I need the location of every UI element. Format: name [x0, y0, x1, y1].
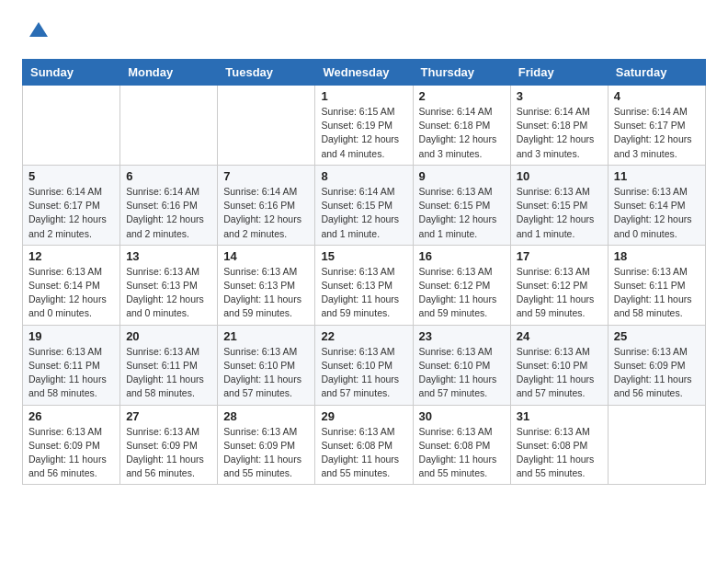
calendar-cell: 14Sunrise: 6:13 AM Sunset: 6:13 PM Dayli… — [218, 245, 315, 325]
calendar-cell: 28Sunrise: 6:13 AM Sunset: 6:09 PM Dayli… — [218, 405, 315, 485]
col-header-saturday: Saturday — [608, 60, 705, 86]
svg-marker-0 — [29, 22, 48, 37]
calendar-cell: 6Sunrise: 6:14 AM Sunset: 6:16 PM Daylig… — [120, 165, 218, 245]
calendar-table: SundayMondayTuesdayWednesdayThursdayFrid… — [22, 59, 706, 485]
col-header-tuesday: Tuesday — [218, 60, 315, 86]
day-info: Sunrise: 6:13 AM Sunset: 6:12 PM Dayligh… — [517, 265, 602, 321]
day-info: Sunrise: 6:14 AM Sunset: 6:17 PM Dayligh… — [28, 185, 114, 241]
day-number: 29 — [321, 409, 406, 423]
day-number: 31 — [517, 409, 602, 423]
calendar-week-2: 5Sunrise: 6:14 AM Sunset: 6:17 PM Daylig… — [23, 165, 706, 245]
calendar-cell: 11Sunrise: 6:13 AM Sunset: 6:14 PM Dayli… — [608, 165, 705, 245]
day-number: 25 — [614, 329, 700, 343]
day-info: Sunrise: 6:13 AM Sunset: 6:11 PM Dayligh… — [126, 345, 211, 401]
day-info: Sunrise: 6:14 AM Sunset: 6:15 PM Dayligh… — [321, 185, 406, 241]
day-number: 6 — [126, 169, 211, 183]
day-number: 17 — [517, 249, 602, 263]
day-number: 3 — [517, 89, 602, 103]
day-info: Sunrise: 6:13 AM Sunset: 6:13 PM Dayligh… — [126, 265, 211, 321]
day-info: Sunrise: 6:14 AM Sunset: 6:16 PM Dayligh… — [126, 185, 211, 241]
calendar-week-5: 26Sunrise: 6:13 AM Sunset: 6:09 PM Dayli… — [23, 405, 706, 485]
day-info: Sunrise: 6:13 AM Sunset: 6:15 PM Dayligh… — [419, 185, 505, 241]
calendar-cell: 29Sunrise: 6:13 AM Sunset: 6:08 PM Dayli… — [315, 405, 413, 485]
day-number: 28 — [223, 409, 309, 423]
calendar-header-row: SundayMondayTuesdayWednesdayThursdayFrid… — [23, 60, 706, 86]
day-info: Sunrise: 6:13 AM Sunset: 6:08 PM Dayligh… — [419, 425, 505, 481]
day-info: Sunrise: 6:13 AM Sunset: 6:10 PM Dayligh… — [223, 345, 309, 401]
day-number: 27 — [126, 409, 211, 423]
calendar-cell: 3Sunrise: 6:14 AM Sunset: 6:18 PM Daylig… — [510, 86, 608, 166]
logo-text — [22, 18, 51, 44]
day-info: Sunrise: 6:15 AM Sunset: 6:19 PM Dayligh… — [321, 105, 406, 161]
day-number: 13 — [126, 249, 211, 263]
day-info: Sunrise: 6:13 AM Sunset: 6:14 PM Dayligh… — [28, 265, 114, 321]
calendar-cell: 8Sunrise: 6:14 AM Sunset: 6:15 PM Daylig… — [315, 165, 413, 245]
day-number: 1 — [321, 89, 406, 103]
col-header-monday: Monday — [120, 60, 218, 86]
day-number: 12 — [28, 249, 114, 263]
day-info: Sunrise: 6:14 AM Sunset: 6:18 PM Dayligh… — [517, 105, 602, 161]
day-number: 16 — [419, 249, 505, 263]
day-number: 11 — [614, 169, 700, 183]
calendar-cell: 4Sunrise: 6:14 AM Sunset: 6:17 PM Daylig… — [608, 86, 705, 166]
day-number: 30 — [419, 409, 505, 423]
day-number: 5 — [28, 169, 114, 183]
day-number: 10 — [517, 169, 602, 183]
day-number: 9 — [419, 169, 505, 183]
logo-icon — [26, 18, 51, 44]
day-info: Sunrise: 6:13 AM Sunset: 6:10 PM Dayligh… — [517, 345, 602, 401]
col-header-wednesday: Wednesday — [315, 60, 413, 86]
day-number: 21 — [223, 329, 309, 343]
calendar-cell: 23Sunrise: 6:13 AM Sunset: 6:10 PM Dayli… — [413, 325, 510, 405]
day-number: 22 — [321, 329, 406, 343]
logo — [22, 18, 51, 44]
day-info: Sunrise: 6:13 AM Sunset: 6:11 PM Dayligh… — [614, 265, 700, 321]
col-header-sunday: Sunday — [23, 60, 120, 86]
calendar-cell — [608, 405, 705, 485]
day-info: Sunrise: 6:13 AM Sunset: 6:13 PM Dayligh… — [321, 265, 406, 321]
calendar-cell: 9Sunrise: 6:13 AM Sunset: 6:15 PM Daylig… — [413, 165, 510, 245]
day-info: Sunrise: 6:14 AM Sunset: 6:18 PM Dayligh… — [419, 105, 505, 161]
day-number: 7 — [223, 169, 309, 183]
day-info: Sunrise: 6:14 AM Sunset: 6:17 PM Dayligh… — [614, 105, 700, 161]
calendar-cell — [23, 86, 120, 166]
day-number: 24 — [517, 329, 602, 343]
calendar-week-3: 12Sunrise: 6:13 AM Sunset: 6:14 PM Dayli… — [23, 245, 706, 325]
calendar-cell: 18Sunrise: 6:13 AM Sunset: 6:11 PM Dayli… — [608, 245, 705, 325]
calendar-cell: 15Sunrise: 6:13 AM Sunset: 6:13 PM Dayli… — [315, 245, 413, 325]
day-info: Sunrise: 6:13 AM Sunset: 6:09 PM Dayligh… — [223, 425, 309, 481]
calendar-cell: 19Sunrise: 6:13 AM Sunset: 6:11 PM Dayli… — [23, 325, 120, 405]
day-info: Sunrise: 6:13 AM Sunset: 6:08 PM Dayligh… — [321, 425, 406, 481]
page: SundayMondayTuesdayWednesdayThursdayFrid… — [0, 0, 728, 503]
calendar-cell: 5Sunrise: 6:14 AM Sunset: 6:17 PM Daylig… — [23, 165, 120, 245]
calendar-cell: 12Sunrise: 6:13 AM Sunset: 6:14 PM Dayli… — [23, 245, 120, 325]
day-number: 23 — [419, 329, 505, 343]
calendar-week-1: 1Sunrise: 6:15 AM Sunset: 6:19 PM Daylig… — [23, 86, 706, 166]
calendar-cell: 24Sunrise: 6:13 AM Sunset: 6:10 PM Dayli… — [510, 325, 608, 405]
calendar-cell: 27Sunrise: 6:13 AM Sunset: 6:09 PM Dayli… — [120, 405, 218, 485]
day-number: 20 — [126, 329, 211, 343]
day-number: 14 — [223, 249, 309, 263]
day-info: Sunrise: 6:13 AM Sunset: 6:14 PM Dayligh… — [614, 185, 700, 241]
calendar-cell: 13Sunrise: 6:13 AM Sunset: 6:13 PM Dayli… — [120, 245, 218, 325]
calendar-cell: 7Sunrise: 6:14 AM Sunset: 6:16 PM Daylig… — [218, 165, 315, 245]
day-info: Sunrise: 6:13 AM Sunset: 6:10 PM Dayligh… — [419, 345, 505, 401]
day-info: Sunrise: 6:13 AM Sunset: 6:09 PM Dayligh… — [126, 425, 211, 481]
calendar-cell: 22Sunrise: 6:13 AM Sunset: 6:10 PM Dayli… — [315, 325, 413, 405]
calendar-cell: 17Sunrise: 6:13 AM Sunset: 6:12 PM Dayli… — [510, 245, 608, 325]
day-number: 8 — [321, 169, 406, 183]
calendar-cell: 25Sunrise: 6:13 AM Sunset: 6:09 PM Dayli… — [608, 325, 705, 405]
calendar-cell: 20Sunrise: 6:13 AM Sunset: 6:11 PM Dayli… — [120, 325, 218, 405]
calendar-cell: 30Sunrise: 6:13 AM Sunset: 6:08 PM Dayli… — [413, 405, 510, 485]
day-info: Sunrise: 6:13 AM Sunset: 6:08 PM Dayligh… — [517, 425, 602, 481]
day-info: Sunrise: 6:13 AM Sunset: 6:13 PM Dayligh… — [223, 265, 309, 321]
day-number: 19 — [28, 329, 114, 343]
day-number: 18 — [614, 249, 700, 263]
calendar-cell: 31Sunrise: 6:13 AM Sunset: 6:08 PM Dayli… — [510, 405, 608, 485]
calendar-cell — [120, 86, 218, 166]
day-number: 26 — [28, 409, 114, 423]
calendar-cell: 1Sunrise: 6:15 AM Sunset: 6:19 PM Daylig… — [315, 86, 413, 166]
day-number: 15 — [321, 249, 406, 263]
day-info: Sunrise: 6:13 AM Sunset: 6:10 PM Dayligh… — [321, 345, 406, 401]
calendar-cell: 2Sunrise: 6:14 AM Sunset: 6:18 PM Daylig… — [413, 86, 510, 166]
